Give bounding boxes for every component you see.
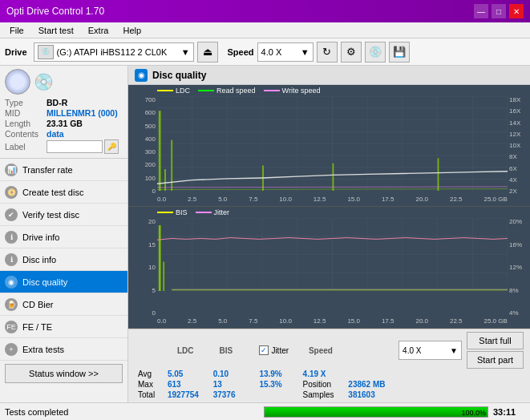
nav-extra-tests-label: Extra tests <box>22 345 64 354</box>
close-button[interactable]: ✕ <box>509 4 524 18</box>
ldc-legend-item: LDC <box>157 87 190 95</box>
total-row: Total 1927754 37376 Samples 381603 <box>133 390 525 400</box>
drive-dropdown-arrow: ▼ <box>181 47 190 57</box>
extra-tests-icon: + <box>5 343 18 356</box>
menu-extra[interactable]: Extra <box>82 24 115 37</box>
write-speed-legend-color <box>264 90 280 91</box>
nav-cd-bier[interactable]: 🍺 CD Bier <box>0 293 127 316</box>
disc-type-row: Type BD-R <box>5 98 123 107</box>
disc-label-input[interactable] <box>47 140 103 153</box>
speed-selector[interactable]: 4.0 X ▼ <box>257 42 314 62</box>
svg-rect-44 <box>159 225 161 291</box>
progress-bar-fill <box>265 407 488 417</box>
nav-drive-info[interactable]: ℹ Drive info <box>0 226 127 248</box>
menu-help[interactable]: Help <box>116 24 148 37</box>
disc-type-label: Type <box>5 98 47 107</box>
nav-extra-tests[interactable]: + Extra tests <box>0 338 127 361</box>
progress-percent: 100.0% <box>461 407 486 418</box>
max-jitter: 15.3% <box>254 379 297 390</box>
fe-te-icon: FE <box>5 321 18 333</box>
drive-selector[interactable]: 💿 (G:) ATAPI iHBS112 2 CL0K ▼ <box>34 42 194 62</box>
disc-quality-header: ◉ Disc quality <box>128 66 530 85</box>
nav-verify-test-disc-label: Verify test disc <box>22 210 79 220</box>
max-bis: 13 <box>208 379 244 390</box>
total-bis: 37376 <box>208 390 244 400</box>
disc-header-icon-extra: 💿 <box>34 72 54 91</box>
disc-length-row: Length 23.31 GB <box>5 119 123 128</box>
read-speed-legend-item: Read speed <box>198 87 256 95</box>
progress-area: Tests completed 100.0% 33:11 <box>0 402 530 420</box>
nav-disc-quality[interactable]: ◉ Disc quality <box>0 271 127 293</box>
nav-cd-bier-label: CD Bier <box>22 300 54 309</box>
nav-fe-te[interactable]: FE FE / TE <box>0 316 127 338</box>
status-window-label: Status window >> <box>29 369 99 378</box>
menu-file[interactable]: File <box>3 24 30 37</box>
total-label: Total <box>133 390 163 400</box>
nav-transfer-rate[interactable]: 📊 Transfer rate <box>0 159 127 181</box>
status-text: Tests completed <box>5 407 259 417</box>
nav-disc-info-label: Disc info <box>22 255 56 265</box>
bis-chart-legend: BIS Jitter <box>157 208 229 216</box>
minimize-button[interactable]: — <box>474 4 488 18</box>
nav-transfer-rate-label: Transfer rate <box>22 165 73 175</box>
eject-button[interactable]: ⏏ <box>197 42 218 63</box>
drive-info-icon: ℹ <box>5 231 18 244</box>
disc-info-icon: ℹ <box>5 253 18 266</box>
ldc-y-axis-right: 18X16X14X12X10X8X6X4X2X <box>508 96 530 195</box>
ldc-legend-color <box>157 90 173 91</box>
nav-disc-info[interactable]: ℹ Disc info <box>0 248 127 271</box>
jitter-checkbox-cell: ✓ Jitter <box>254 332 297 369</box>
ldc-y-axis-left: 7006005004003002001000 <box>128 96 157 195</box>
verify-test-disc-icon: ✔ <box>5 208 18 221</box>
start-part-button[interactable]: Start part <box>467 351 524 369</box>
avg-jitter: 13.9% <box>254 369 297 379</box>
position-label: Position <box>298 379 344 390</box>
save-button[interactable]: 💾 <box>389 42 410 63</box>
nav-create-test-disc[interactable]: 📀 Create test disc <box>0 181 127 204</box>
max-ldc: 613 <box>163 379 208 390</box>
avg-label: Avg <box>133 369 163 379</box>
stats-speed-selector[interactable]: 4.0 X ▼ <box>399 341 462 360</box>
stats-bar: LDC BIS ✓ Jitter Speed <box>128 329 530 402</box>
titlebar: Opti Drive Control 1.70 — □ ✕ <box>0 0 530 22</box>
bis-y-axis-left: 20151050 <box>128 218 157 317</box>
label-edit-button[interactable]: 🔑 <box>104 139 119 154</box>
toolbar: Drive 💿 (G:) ATAPI iHBS112 2 CL0K ▼ ⏏ Sp… <box>0 38 530 66</box>
max-row: Max 613 13 15.3% Position 23862 MB <box>133 379 525 390</box>
menubar: File Start test Extra Help <box>0 22 530 38</box>
nav-verify-test-disc[interactable]: ✔ Verify test disc <box>0 204 127 226</box>
read-speed-legend-color <box>198 90 214 91</box>
total-samples: 381603 <box>343 390 395 400</box>
samples-label: Samples <box>298 390 344 400</box>
ldc-header: LDC <box>163 332 208 369</box>
maximize-button[interactable]: □ <box>492 4 506 18</box>
disc-button[interactable]: 💿 <box>365 42 386 63</box>
jitter-legend-item: Jitter <box>196 208 230 216</box>
status-window-button[interactable]: Status window >> <box>5 364 123 383</box>
time-display: 33:11 <box>493 407 525 417</box>
drive-value: (G:) ATAPI iHBS112 2 CL0K <box>57 47 168 57</box>
speed-header: Speed <box>298 332 344 369</box>
avg-ldc: 5.05 <box>163 369 208 379</box>
jitter-checkbox[interactable]: ✓ <box>259 345 269 355</box>
refresh-button[interactable]: ↻ <box>317 42 338 63</box>
stats-speed-value: 4.0 X <box>403 346 421 355</box>
jitter-checkbox-wrapper: ✓ Jitter <box>259 345 293 355</box>
disc-length-label: Length <box>5 119 47 128</box>
jitter-legend-color <box>196 212 212 213</box>
stats-table: LDC BIS ✓ Jitter Speed <box>133 332 525 400</box>
svg-rect-23 <box>171 140 172 192</box>
ldc-chart: LDC Read speed Write speed 7006005004003… <box>128 85 530 207</box>
settings-button[interactable]: ⚙ <box>341 42 362 63</box>
bis-legend-label: BIS <box>176 208 188 216</box>
nav-list: 📊 Transfer rate 📀 Create test disc ✔ Ver… <box>0 159 127 361</box>
start-full-button[interactable]: Start full <box>467 332 524 349</box>
speed-label: Speed <box>228 47 254 57</box>
progress-bar: 100.0% <box>264 406 488 418</box>
menu-start-test[interactable]: Start test <box>32 24 80 37</box>
disc-contents-label: Contents <box>5 129 47 139</box>
jitter-checkbox-label: Jitter <box>271 346 289 355</box>
right-panel: ◉ Disc quality LDC Read speed <box>128 66 530 402</box>
ldc-chart-legend: LDC Read speed Write speed <box>157 87 320 95</box>
drive-icon: 💿 <box>38 45 54 59</box>
